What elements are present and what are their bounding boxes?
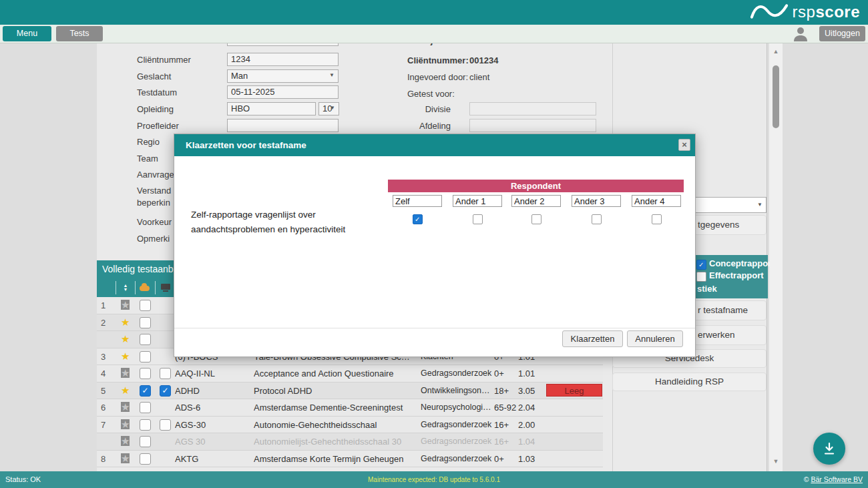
- field-label-geslacht: Geslacht: [137, 71, 171, 81]
- test-row-aktg[interactable]: 8★AKTGAmsterdamse Korte Termijn Geheugen…: [97, 451, 603, 468]
- test-row-ads-6[interactable]: 6★ADS-6Amsterdamse Dementie-Screeningtes…: [97, 399, 603, 417]
- test-row-ags-30[interactable]: 7★AGS-30Autonomie-GehechtheidsschaalGedr…: [97, 417, 603, 434]
- chevron-down-icon: ▼: [329, 69, 335, 81]
- local-test-checkbox[interactable]: [160, 385, 171, 397]
- logo-text-score: score: [815, 3, 860, 21]
- nav-bar: Menu Tests Uitloggen: [0, 25, 868, 43]
- test-row-ags-30[interactable]: ★AGS 30Autonomielijst-Gehechtheidsschaal…: [97, 433, 603, 451]
- field-input-cli-ntnummer[interactable]: 1234: [227, 53, 339, 66]
- monitor-icon: [161, 284, 170, 290]
- web-test-checkbox[interactable]: [140, 436, 151, 447]
- local-test-checkbox[interactable]: [160, 368, 171, 379]
- field-input-proefleider[interactable]: [227, 119, 339, 132]
- field-input-testdatum[interactable]: 05-11-2025: [227, 85, 339, 99]
- download-button[interactable]: [813, 433, 845, 465]
- favorite-star-icon[interactable]: ★: [121, 419, 130, 429]
- respondent-input-zelf[interactable]: [393, 195, 442, 207]
- effectrapport-checkbox[interactable]: [696, 272, 706, 282]
- field-select-geslacht[interactable]: Man▼: [227, 69, 339, 83]
- test-code: AKTG: [175, 451, 250, 467]
- clientnumber-value: 001234: [469, 55, 498, 65]
- favorite-star-icon[interactable]: ★: [121, 334, 130, 344]
- field-label-cli-ntnummer: Cliëntnummer: [137, 55, 191, 65]
- test-category: Ontwikkelingsonde…: [421, 383, 493, 399]
- favorite-star-icon[interactable]: ★: [121, 385, 130, 395]
- web-test-checkbox[interactable]: [140, 385, 151, 397]
- test-code: AAQ-II-NL: [175, 365, 250, 382]
- web-test-checkbox[interactable]: [140, 402, 151, 413]
- test-description-line1: Zelf-rapportage vragenlijst over: [191, 210, 316, 220]
- web-test-checkbox[interactable]: [140, 300, 151, 311]
- favorite-star-icon[interactable]: ★: [121, 436, 130, 446]
- favorite-star-icon[interactable]: ★: [121, 351, 130, 361]
- web-test-checkbox[interactable]: [140, 453, 151, 465]
- test-category: Neuropsychologisch: [421, 399, 493, 416]
- test-code: ADS-6: [175, 399, 250, 416]
- respondent-checkbox-ander-4[interactable]: [652, 214, 662, 224]
- test-name: Acceptance and Action Questionaire: [254, 365, 417, 382]
- respondent-checkbox-ander-1[interactable]: [473, 214, 483, 224]
- scroll-down-icon[interactable]: ▼: [769, 458, 783, 465]
- row-number: 6: [101, 399, 114, 416]
- favorite-star-icon[interactable]: ★: [121, 402, 130, 412]
- copyright-link[interactable]: Bär Software BV: [811, 475, 863, 483]
- respondent-input-ander-2[interactable]: [511, 195, 561, 207]
- menu-button[interactable]: Menu: [3, 26, 51, 41]
- chevron-down-icon: ▼: [757, 202, 763, 208]
- test-age-range: 16+: [494, 417, 517, 433]
- favorite-star-icon[interactable]: ★: [121, 453, 130, 463]
- dialog-header: Klaarzetten voor testafname ×: [174, 134, 695, 156]
- scroll-up-icon[interactable]: ▲: [769, 48, 783, 55]
- test-version: 3.05: [518, 383, 544, 399]
- user-icon[interactable]: [792, 26, 809, 44]
- test-row-aaq-ii-nl[interactable]: 4★AAQ-II-NLAcceptance and Action Questio…: [97, 365, 603, 383]
- respondent-input-ander-3[interactable]: [572, 195, 621, 207]
- maintenance-text: Maintenance expected: DB update to 5.6.0…: [0, 471, 868, 488]
- field-label-voorkeur: Voorkeur: [137, 217, 172, 227]
- local-test-checkbox[interactable]: [160, 419, 171, 431]
- web-test-checkbox[interactable]: [140, 317, 151, 328]
- top-bar: rspscore: [0, 0, 868, 25]
- web-test-checkbox[interactable]: [140, 368, 151, 379]
- test-row-adhd[interactable]: 5★ADHDProtocol ADHDOntwikkelingsonde…18+…: [97, 383, 603, 400]
- respondent-checkbox-zelf[interactable]: [413, 214, 423, 224]
- logout-button[interactable]: Uitloggen: [819, 26, 865, 41]
- scrollbar-thumb[interactable]: [773, 65, 779, 128]
- status-bar: Status: OK Maintenance expected: DB upda…: [0, 471, 868, 488]
- favorite-star-icon[interactable]: ★: [121, 368, 130, 378]
- department-input[interactable]: [469, 119, 596, 132]
- test-code: AGS 30: [175, 433, 250, 450]
- row-number: 1: [101, 297, 114, 314]
- respondent-checkbox-ander-3[interactable]: [592, 214, 602, 224]
- field-label-proefleider: Proefleider: [137, 121, 179, 131]
- test-name: Autonomielijst-Gehechtheidsschaal 30: [254, 433, 417, 450]
- cloud-icon: [140, 286, 150, 291]
- division-input[interactable]: [469, 102, 596, 115]
- conceptrapport-checkbox[interactable]: [696, 260, 706, 270]
- copyright: © Bär Software BV: [804, 471, 863, 488]
- respondent-checkbox-ander-2[interactable]: [531, 214, 541, 224]
- field-input-opleiding[interactable]: HBO: [227, 102, 316, 115]
- respondent-input-ander-1[interactable]: [453, 195, 502, 207]
- logo-text-rsp: rsp: [793, 3, 816, 21]
- conceptrapport-label: Conceptrapport: [709, 258, 775, 268]
- sidebar-button-handleiding-rsp[interactable]: Handleiding RSP: [612, 373, 767, 391]
- web-test-checkbox[interactable]: [140, 351, 151, 362]
- sort-icon[interactable]: ▲▼: [122, 284, 130, 292]
- web-test-checkbox[interactable]: [140, 419, 151, 431]
- confirm-button[interactable]: Klaarzetten: [562, 330, 623, 347]
- cancel-button[interactable]: Annuleren: [627, 330, 683, 347]
- division-label: Divisie: [407, 104, 451, 114]
- test-version: 2.04: [518, 399, 544, 416]
- respondent-input-ander-4[interactable]: [632, 195, 681, 207]
- row-number: 2: [101, 314, 114, 331]
- tests-button[interactable]: Tests: [56, 26, 103, 41]
- web-test-checkbox[interactable]: [140, 334, 151, 345]
- close-icon[interactable]: ×: [678, 139, 690, 151]
- field-select-opleiding-extra[interactable]: 10▼: [318, 102, 339, 115]
- test-name: Amsterdamse Korte Termijn Geheugen: [254, 451, 417, 467]
- favorite-star-icon[interactable]: ★: [121, 317, 130, 327]
- favorite-star-icon[interactable]: ★: [121, 300, 130, 310]
- download-icon: [822, 441, 837, 456]
- chevron-down-icon: ▼: [330, 102, 335, 114]
